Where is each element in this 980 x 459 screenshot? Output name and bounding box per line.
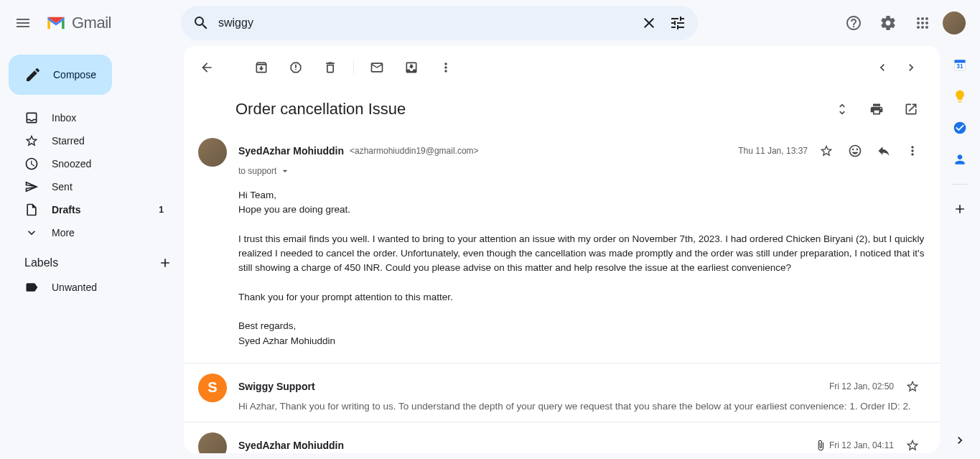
labels-title: Labels	[24, 256, 58, 269]
panel-collapse-icon[interactable]	[953, 433, 967, 448]
next-button[interactable]	[897, 53, 925, 82]
search-icon	[192, 14, 210, 32]
settings-button[interactable]	[874, 9, 902, 37]
swiggy-avatar: S	[198, 374, 227, 402]
tune-icon	[669, 14, 686, 32]
trash-icon	[323, 60, 337, 75]
search-button[interactable]	[187, 9, 215, 37]
add-app-icon[interactable]	[953, 202, 967, 216]
star-outline-icon	[905, 438, 920, 453]
tasks-app-icon[interactable]	[953, 121, 967, 135]
clock-icon	[24, 157, 39, 171]
nav-drafts[interactable]: Drafts 1	[6, 198, 184, 221]
apps-button[interactable]	[908, 9, 937, 37]
support-button[interactable]	[839, 9, 868, 37]
recipient-text: to support	[238, 166, 276, 176]
delete-button[interactable]	[316, 53, 345, 82]
archive-button[interactable]	[247, 53, 276, 82]
close-icon	[640, 14, 658, 32]
file-icon	[24, 203, 39, 217]
chevron-left-icon	[875, 60, 890, 75]
message-body: Hi Team, Hope you are doing great. I tru…	[238, 188, 925, 348]
unfold-icon	[835, 102, 849, 116]
inbox-icon	[24, 111, 39, 125]
drafts-count: 1	[159, 205, 164, 215]
sender-name: SyedAzhar Mohiuddin	[238, 145, 344, 157]
gear-icon	[879, 14, 897, 32]
clear-search-button[interactable]	[635, 9, 663, 37]
react-button[interactable]	[842, 138, 868, 164]
nav-more-label: More	[52, 227, 75, 238]
pencil-icon	[24, 66, 42, 83]
expand-all-button[interactable]	[828, 95, 857, 124]
gmail-logo-icon	[46, 15, 66, 31]
collapsed-message-3[interactable]: SyedAzhar Mohiuddin Fri 12 Jan, 04:11 1.…	[184, 422, 940, 453]
message-date: Thu 11 Jan, 13:37	[738, 146, 808, 156]
search-options-button[interactable]	[663, 9, 692, 37]
svg-text:31: 31	[956, 62, 963, 70]
reply-icon	[877, 144, 891, 158]
contacts-app-icon[interactable]	[953, 152, 967, 167]
app-name: Gmail	[72, 14, 111, 32]
sidebar: Compose Inbox Starred Snoozed Sent Draft…	[0, 46, 184, 459]
labels-header: Labels	[6, 244, 184, 276]
recipient-row[interactable]: to support	[238, 165, 925, 177]
chevron-down-icon	[24, 226, 39, 240]
nav-more[interactable]: More	[6, 221, 184, 244]
compose-button[interactable]: Compose	[9, 55, 112, 95]
mark-unread-button[interactable]	[363, 53, 391, 82]
emoji-icon	[848, 144, 862, 158]
star-outline-icon	[905, 379, 920, 394]
plus-icon[interactable]	[158, 256, 172, 270]
sender-email: <azharmohiuddin19@gmail.com>	[350, 146, 479, 156]
print-button[interactable]	[862, 95, 891, 124]
collapsed-sender-3: SyedAzhar Mohiuddin	[238, 440, 344, 451]
logo-area[interactable]: Gmail	[46, 14, 175, 32]
reply-button[interactable]	[871, 138, 897, 164]
msg-more-button[interactable]	[900, 138, 925, 164]
compose-label: Compose	[53, 69, 96, 80]
nav-inbox[interactable]: Inbox	[6, 106, 184, 129]
move-inbox-icon	[404, 60, 419, 75]
chevron-right-icon	[904, 60, 918, 75]
collapsed-sender-2: Swiggy Support	[238, 381, 315, 392]
nav-sent[interactable]: Sent	[6, 175, 184, 198]
star-button-3[interactable]	[900, 432, 925, 453]
collapsed-message-2[interactable]: S Swiggy Support Fri 12 Jan, 02:50 Hi Az…	[184, 363, 940, 422]
subject-row: Order cancellation Issue	[184, 80, 940, 129]
collapsed-snippet-2: Hi Azhar, Thank you for writing to us. T…	[238, 401, 925, 412]
nav-starred-label: Starred	[52, 135, 85, 147]
spam-button[interactable]	[281, 53, 310, 82]
keep-app-icon[interactable]	[953, 89, 967, 103]
help-icon	[845, 14, 862, 32]
toolbar	[184, 46, 940, 80]
main-menu-button[interactable]	[6, 6, 40, 40]
nav-drafts-label: Drafts	[52, 204, 80, 215]
move-to-button[interactable]	[397, 53, 426, 82]
more-button[interactable]	[431, 53, 460, 82]
sender-avatar[interactable]	[198, 138, 227, 167]
nav-snoozed[interactable]: Snoozed	[6, 152, 184, 175]
star-button[interactable]	[813, 138, 839, 164]
more-vert-icon	[439, 60, 453, 75]
subject: Order cancellation Issue	[235, 100, 828, 119]
search-input[interactable]	[215, 17, 635, 29]
new-window-button[interactable]	[897, 95, 925, 124]
label-unwanted[interactable]: Unwanted	[6, 276, 184, 299]
collapsed-date-2: Fri 12 Jan, 02:50	[829, 381, 894, 391]
star-outline-icon	[819, 144, 834, 158]
archive-icon	[254, 60, 269, 75]
svg-point-3	[954, 122, 966, 134]
message-expanded: SyedAzhar Mohiuddin <azharmohiuddin19@gm…	[184, 129, 940, 363]
apps-grid-icon	[914, 14, 931, 32]
calendar-app-icon[interactable]: 31	[953, 57, 967, 72]
star-button-2[interactable]	[900, 374, 925, 399]
side-panel: 31	[940, 46, 980, 459]
header: Gmail	[0, 0, 980, 46]
nav-starred[interactable]: Starred	[6, 129, 184, 152]
arrow-back-icon	[200, 60, 214, 75]
user-avatar[interactable]	[943, 11, 966, 34]
prev-button[interactable]	[868, 53, 897, 82]
back-button[interactable]	[192, 53, 221, 82]
main-content: Order cancellation Issue SyedAzhar Mohiu…	[184, 46, 940, 453]
